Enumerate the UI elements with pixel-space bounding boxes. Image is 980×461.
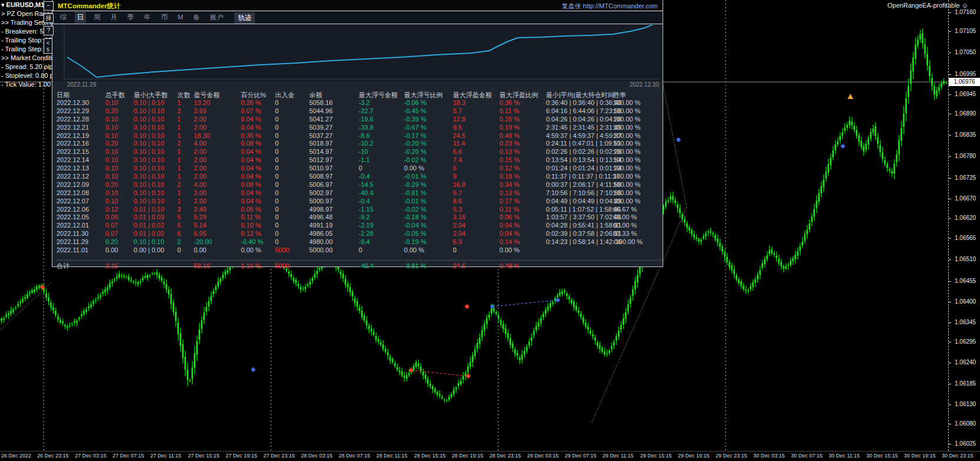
table-row: 2022.12.070.100.10 | 0.1012.000.04 %0500… [57,197,663,206]
table-row: 2022.12.010.070.01 | 0.0255.140.10 %0499… [57,222,663,230]
table-row: 2022.12.290.200.10 | 0.1023.690.07 %0504… [57,107,663,116]
time-axis-label: 28 Dec 03:15 [301,453,333,459]
price-axis-label: 1.06400 [955,298,976,305]
price-axis-label: 1.06995 [955,71,976,77]
price-axis-label: 1.06345 [955,319,976,325]
price-axis-label: 1.07105 [955,28,976,34]
menu-item-年[interactable]: 年 [142,12,154,23]
ea-watermark-label: OpenRangeEA-profitable ☺ [888,2,968,9]
time-axis-label: 27 Dec 15:15 [188,453,220,459]
time-axis-label: 30 Dec 07:15 [791,453,823,459]
time-axis-label: 30 Dec 15:15 [866,453,898,459]
price-axis-label: 1.06890 [955,110,976,117]
minimize-button[interactable]: − [44,1,54,11]
equity-curve-chart [52,25,663,81]
time-axis-label: 29 Dec 03:15 [527,453,559,459]
time-axis-label: 28 Dec 15:15 [414,453,446,459]
time-axis-label: 30 Dec 03:15 [753,453,785,459]
time-axis-label: 27 Dec 19:15 [226,453,257,459]
table-header-row: 日期总手数最小|大手数次数盈亏金额百分比%出入金余额最大浮亏金额最大浮亏比例最大… [57,91,663,99]
price-axis-label: 1.06185 [955,380,976,387]
mt4-screen: 1.071601.071051.070501.069951.069451.068… [0,0,980,461]
price-axis-label: 1.06080 [955,420,976,427]
menu-item-M[interactable]: M [176,12,186,22]
table-row: 2022.12.300.100.10 | 0.10113.200.26 %050… [57,99,663,107]
panel-title: MTCommander统计 [58,2,121,11]
time-axis-label: 27 Dec 23:15 [263,453,295,459]
current-price-label: 1.06976 [949,78,980,86]
select-button[interactable]: 择 [44,14,54,23]
table-row: 2022.11.010.000.00 | 0.0000.000.00 %5000… [57,246,663,255]
table-row: 2022.12.120.100.10 | 0.1012.000.04 %0500… [57,173,663,181]
time-axis-label: 28 Dec 11:15 [376,453,408,459]
table-total-row: 合计2.1558.161.16 %5000-40.4-0.81 %24.50.4… [57,262,663,271]
price-axis-label: 1.06130 [955,401,976,407]
price-axis-label: 1.06670 [955,195,976,202]
table-row: 2022.12.060.120.01 | 0.1032.490.05 %0499… [57,206,663,214]
table-row: 2022.12.210.100.10 | 0.1012.000.04 %0503… [57,124,663,132]
price-axis-label: 1.06620 [955,215,976,221]
time-axis-label: 30 Dec 23:15 [942,453,974,459]
price-axis[interactable]: 1.071601.071051.070501.069951.069451.068… [948,0,980,451]
table-row: 2022.12.090.200.10 | 0.1024.000.08 %0500… [57,181,663,189]
side-tab-button[interactable]: <5 [44,38,52,54]
time-axis-label: 29 Dec 11:15 [602,453,634,459]
table-row: 2022.12.050.090.01 | 0.0355.290.11 %0499… [57,213,663,222]
menu-item-月[interactable]: 月 [108,12,120,23]
time-axis-label: 30 Dec 11:15 [829,453,860,459]
total-separator [57,260,663,261]
price-axis-label: 1.06025 [955,440,976,447]
table-row: 2022.12.130.100.10 | 0.1012.000.04 %0501… [57,164,663,173]
time-axis-label: 26 Dec 2022 [1,453,31,459]
price-axis-label: 1.06295 [955,338,976,345]
table-row: 2022.12.280.100.10 | 0.1012.000.04 %0504… [57,116,663,124]
time-axis-label: 28 Dec 19:15 [452,453,484,459]
time-axis[interactable]: 26 Dec 202226 Dec 23:1527 Dec 03:1527 De… [0,451,980,461]
panel-link[interactable]: 复盘侠 http://MTCommander.com [562,2,658,11]
table-row: 2022.12.190.100.10 | 0.10118.300.36 %050… [57,132,663,140]
table-row: 2022.12.160.200.10 | 0.1024.000.08 %0501… [57,140,663,148]
time-axis-label: 27 Dec 03:15 [75,453,107,459]
panel-menu-bar: 轨迹 综日周月季年币M备账户 [52,11,663,24]
time-axis-label: 27 Dec 11:15 [150,453,181,459]
price-axis-label: 1.06780 [955,153,976,159]
time-axis-label: 29 Dec 15:15 [640,453,672,459]
price-axis-label: 1.07160 [955,9,976,15]
time-axis-label: 27 Dec 07:15 [112,453,144,459]
equity-start-date: 2022.11.29 [67,81,96,88]
time-axis-label: 28 Dec 07:15 [339,453,370,459]
menu-item-综[interactable]: 综 [58,12,69,23]
mtcommander-panel: MTCommander统计 复盘侠 http://MTCommander.com… [52,0,663,267]
table-row: 2022.11.290.200.10 | 0.102-20.00-0.40 %0… [57,238,663,246]
menu-item-日[interactable]: 日 [75,12,87,23]
menu-item-周[interactable]: 周 [91,12,103,23]
equity-chart-dates: 2022.11.29 2022.12.30 [52,81,663,88]
price-axis-label: 1.06565 [955,235,976,241]
table-row: 2022.12.080.100.10 | 0.1012.000.04 %0500… [57,189,663,197]
window-buttons: − 择 ? <5 [44,1,54,57]
time-axis-label: 30 Dec 19:15 [904,453,936,459]
time-axis-label: 26 Dec 23:15 [37,453,69,459]
time-axis-label: 29 Dec 19:15 [678,453,710,459]
table-row: 2022.11.300.070.01 | 0.0266.050.12 %0498… [57,230,663,238]
help-button[interactable]: ? [44,26,54,35]
menu-item-季[interactable]: 季 [125,12,137,23]
price-axis-label: 1.06455 [955,278,976,284]
time-axis-label: 28 Dec 23:15 [489,453,521,459]
equity-end-date: 2022.12.30 [630,81,659,88]
price-axis-label: 1.06835 [955,131,976,138]
menu-item-账户[interactable]: 账户 [208,12,226,23]
track-button[interactable]: 轨迹 [234,12,255,24]
price-axis-label: 1.06240 [955,359,976,365]
panel-title-bar[interactable]: MTCommander统计 复盘侠 http://MTCommander.com [52,0,663,11]
time-axis-label: 29 Dec 23:15 [716,453,747,459]
price-axis-label: 1.07050 [955,49,976,55]
price-axis-label: 1.06510 [955,256,976,262]
statistics-table: 日期总手数最小|大手数次数盈亏金额百分比%出入金余额最大浮亏金额最大浮亏比例最大… [57,91,663,271]
menu-item-备[interactable]: 备 [191,12,203,23]
chevron-down-icon[interactable]: ▾ [1,1,6,8]
table-row: 2022.12.150.100.10 | 0.1012.000.04 %0501… [57,148,663,156]
time-axis-label: 29 Dec 07:15 [565,453,597,459]
menu-item-币[interactable]: 币 [158,12,170,23]
table-row: 2022.12.140.100.10 | 0.1012.000.04 %0501… [57,156,663,164]
